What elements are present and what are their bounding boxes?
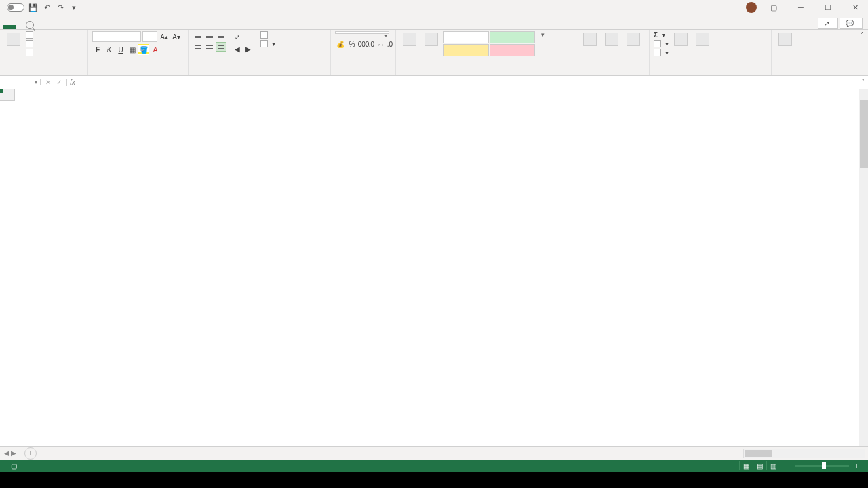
- zoom-out-icon[interactable]: −: [785, 462, 789, 470]
- fill-button[interactable]: ▾: [654, 40, 669, 47]
- cancel-formula-icon[interactable]: ✕: [43, 79, 53, 86]
- align-left-button[interactable]: [193, 42, 203, 52]
- sheet-nav-prev-icon[interactable]: ◀: [4, 449, 9, 457]
- formula-bar: ✕ ✓ fx ˅: [0, 76, 868, 89]
- comments-button[interactable]: 💬: [840, 18, 863, 29]
- cut-button[interactable]: [26, 31, 35, 39]
- fx-icon[interactable]: fx: [67, 79, 78, 86]
- qat-dropdown-icon[interactable]: ▾: [69, 3, 79, 12]
- close-icon[interactable]: ✕: [845, 1, 865, 14]
- comma-format-button[interactable]: 000: [358, 39, 369, 49]
- group-number-label: [335, 73, 391, 74]
- horizontal-scrollbar[interactable]: [743, 449, 865, 458]
- redo-icon[interactable]: ↷: [56, 3, 65, 12]
- status-bar: ▢ ▦ ▤ ▥ − +: [0, 460, 868, 472]
- orientation-button[interactable]: ⤢: [232, 31, 243, 42]
- page-break-view-icon[interactable]: ▥: [766, 461, 780, 470]
- group-font-label: [92, 73, 184, 74]
- tab-file[interactable]: [3, 25, 16, 29]
- group-ideas-label: [776, 73, 799, 74]
- minimize-icon[interactable]: ─: [791, 1, 811, 14]
- titlebar: 💾 ↶ ↷ ▾ ▢ ─ ☐ ✕: [0, 0, 868, 15]
- align-top-button[interactable]: [193, 31, 203, 41]
- increase-indent-button[interactable]: ▶: [243, 43, 254, 54]
- increase-decimal-button[interactable]: .0→: [370, 39, 380, 49]
- align-center-button[interactable]: [204, 42, 215, 52]
- cell-styles-more-icon[interactable]: ▾: [538, 31, 547, 38]
- spreadsheet-grid[interactable]: [0, 89, 868, 446]
- search-icon: [26, 21, 34, 29]
- tell-me-search[interactable]: [26, 21, 37, 29]
- name-box[interactable]: [0, 79, 41, 85]
- autosum-button[interactable]: Σ ▾: [654, 31, 669, 39]
- share-button[interactable]: ↗: [818, 18, 838, 29]
- zoom-in-icon[interactable]: +: [854, 462, 859, 470]
- font-color-button[interactable]: A: [150, 44, 161, 55]
- ribbon-display-icon[interactable]: ▢: [764, 1, 784, 14]
- group-clipboard-label: [4, 73, 83, 74]
- copy-button[interactable]: [26, 40, 35, 47]
- percent-format-button[interactable]: %: [347, 39, 357, 49]
- autosave-toggle[interactable]: [7, 3, 24, 12]
- enter-formula-icon[interactable]: ✓: [54, 79, 64, 86]
- collapse-ribbon-icon[interactable]: ˄: [856, 30, 868, 75]
- save-icon[interactable]: 💾: [28, 3, 38, 12]
- ribbon-tabs: ↗ 💬: [0, 15, 868, 30]
- bold-button[interactable]: F: [92, 44, 103, 55]
- find-select-button[interactable]: [693, 31, 712, 49]
- group-cells-label: [580, 73, 645, 74]
- select-all-corner[interactable]: [0, 89, 15, 101]
- italic-button[interactable]: K: [104, 44, 115, 55]
- formula-input[interactable]: [78, 79, 859, 87]
- table-icon: [425, 33, 438, 46]
- grow-font-icon[interactable]: A▴: [159, 31, 170, 42]
- conditional-formatting-button[interactable]: [400, 31, 419, 49]
- format-cells-button[interactable]: [624, 31, 643, 49]
- clear-button[interactable]: ▾: [654, 49, 669, 56]
- insert-cells-button[interactable]: [580, 31, 599, 49]
- ideas-button[interactable]: [776, 31, 795, 49]
- macro-record-icon[interactable]: ▢: [11, 462, 17, 470]
- merge-center-button[interactable]: ▾: [260, 40, 275, 47]
- format-painter-button[interactable]: [26, 49, 35, 56]
- underline-button[interactable]: U: [115, 44, 126, 55]
- page-layout-view-icon[interactable]: ▤: [753, 461, 766, 470]
- ribbon: A▴ A▾ F K U ▦ 🪣 A: [0, 30, 868, 76]
- undo-icon[interactable]: ↶: [42, 3, 52, 12]
- expand-formula-icon[interactable]: ˅: [859, 78, 868, 87]
- decrease-decimal-button[interactable]: ←.0: [381, 39, 392, 49]
- accounting-format-button[interactable]: 💰: [335, 39, 346, 49]
- maximize-icon[interactable]: ☐: [818, 1, 838, 14]
- vertical-scrollbar[interactable]: [859, 89, 868, 446]
- sheet-tabs: ◀ ▶ +: [0, 446, 868, 460]
- cell-style-neutral[interactable]: [443, 44, 489, 56]
- sort-filter-button[interactable]: [671, 31, 690, 49]
- clear-icon: [654, 49, 661, 56]
- align-right-button[interactable]: [216, 42, 226, 52]
- wrap-text-button[interactable]: [260, 31, 275, 39]
- paste-icon: [7, 33, 20, 46]
- border-button[interactable]: ▦: [127, 44, 138, 55]
- paste-button[interactable]: [4, 31, 23, 49]
- zoom-slider[interactable]: [795, 465, 849, 467]
- cell-style-schlecht[interactable]: [490, 44, 535, 56]
- align-bottom-button[interactable]: [216, 31, 226, 41]
- font-size-input[interactable]: [142, 31, 157, 42]
- font-name-input[interactable]: [92, 31, 141, 42]
- avatar[interactable]: [746, 2, 757, 13]
- add-sheet-button[interactable]: +: [24, 447, 37, 460]
- cell-style-gut[interactable]: [490, 31, 535, 43]
- format-as-table-button[interactable]: [422, 31, 441, 49]
- fill-color-button[interactable]: 🪣: [138, 44, 149, 55]
- number-format-select[interactable]: [335, 31, 389, 34]
- align-middle-button[interactable]: [204, 31, 215, 41]
- cell-style-standard[interactable]: [443, 31, 489, 43]
- sheet-nav-next-icon[interactable]: ▶: [11, 449, 16, 457]
- shrink-font-icon[interactable]: A▾: [171, 31, 182, 42]
- normal-view-icon[interactable]: ▦: [739, 461, 753, 470]
- insert-icon: [583, 33, 597, 46]
- decrease-indent-button[interactable]: ◀: [232, 43, 243, 54]
- cond-format-icon: [403, 33, 416, 46]
- delete-cells-button[interactable]: [602, 31, 621, 49]
- group-alignment-label: [193, 73, 326, 74]
